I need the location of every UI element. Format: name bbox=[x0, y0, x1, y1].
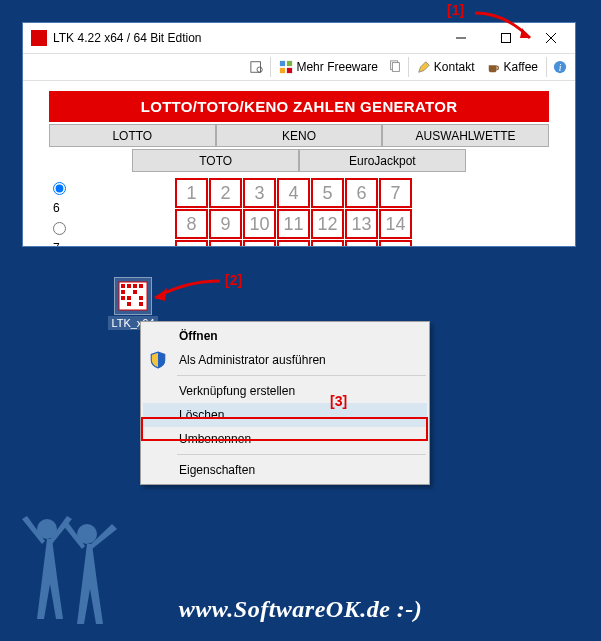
svg-rect-15 bbox=[121, 284, 125, 288]
grid-cell[interactable]: 4 bbox=[277, 178, 310, 208]
radio-6[interactable] bbox=[53, 182, 66, 195]
titlebar: LTK 4.22 x64 / 64 Bit Edtion bbox=[23, 23, 575, 53]
minimize-button[interactable] bbox=[438, 24, 483, 53]
grid-cell[interactable]: 21 bbox=[379, 240, 412, 247]
tab-lotto[interactable]: LOTTO bbox=[49, 124, 216, 147]
radio-column: 6 7 bbox=[49, 178, 85, 247]
window-title: LTK 4.22 x64 / 64 Bit Edtion bbox=[53, 31, 438, 45]
grid-cell[interactable]: 20 bbox=[345, 240, 378, 247]
annotation-2: [2] bbox=[225, 272, 242, 288]
cm-rename[interactable]: Umbenennen bbox=[143, 427, 427, 451]
grid-cell[interactable]: 16 bbox=[209, 240, 242, 247]
info-button[interactable]: i bbox=[549, 56, 571, 78]
mehr-freeware-button[interactable]: Mehr Freeware bbox=[273, 58, 383, 76]
cm-separator bbox=[177, 454, 426, 455]
annotation-1: [1] bbox=[447, 2, 464, 18]
annotation-3: [3] bbox=[330, 393, 347, 409]
app-window: LTK 4.22 x64 / 64 Bit Edtion Mehr Freewa… bbox=[22, 22, 576, 247]
grid-cell[interactable]: 2 bbox=[209, 178, 242, 208]
svg-rect-20 bbox=[133, 290, 137, 294]
shield-icon bbox=[149, 351, 167, 369]
kontakt-label: Kontakt bbox=[434, 60, 475, 74]
desktop-app-icon bbox=[115, 278, 151, 314]
mehr-freeware-label: Mehr Freeware bbox=[296, 60, 377, 74]
context-menu: Öffnen Als Administrator ausführen Verkn… bbox=[140, 321, 430, 485]
tab-keno[interactable]: KENO bbox=[216, 124, 383, 147]
banner-title: LOTTO/TOTO/KENO ZAHLEN GENERATOR bbox=[49, 91, 549, 122]
svg-rect-21 bbox=[121, 296, 125, 300]
kaffee-button[interactable]: Kaffee bbox=[481, 58, 544, 76]
svg-rect-11 bbox=[392, 63, 399, 72]
pencil-icon bbox=[417, 60, 431, 74]
kontakt-button[interactable]: Kontakt bbox=[411, 58, 481, 76]
svg-rect-6 bbox=[280, 61, 285, 66]
grid-cell[interactable]: 11 bbox=[277, 209, 310, 239]
grid-cell[interactable]: 12 bbox=[311, 209, 344, 239]
grid-cell[interactable]: 9 bbox=[209, 209, 242, 239]
svg-rect-24 bbox=[127, 302, 131, 306]
grid-cell[interactable]: 1 bbox=[175, 178, 208, 208]
svg-rect-19 bbox=[121, 290, 125, 294]
grid-cell[interactable]: 18 bbox=[277, 240, 310, 247]
footer-url: www.SoftwareOK.de :-) bbox=[0, 596, 601, 623]
toolbar: Mehr Freeware Kontakt Kaffee i bbox=[23, 53, 575, 81]
app-icon bbox=[31, 30, 47, 46]
close-button[interactable] bbox=[528, 24, 573, 53]
grid-cell[interactable]: 5 bbox=[311, 178, 344, 208]
svg-rect-23 bbox=[139, 296, 143, 300]
tab-eurojackpot[interactable]: EuroJackpot bbox=[299, 149, 466, 172]
radio-6-label: 6 bbox=[53, 201, 60, 215]
number-grid: 1 2 3 4 5 6 7 8 9 10 11 12 13 14 bbox=[175, 178, 412, 247]
info-icon: i bbox=[553, 60, 567, 74]
svg-rect-1 bbox=[501, 34, 510, 43]
tab-auswahlwette[interactable]: AUSWAHLWETTE bbox=[382, 124, 549, 147]
cm-properties[interactable]: Eigenschaften bbox=[143, 458, 427, 482]
svg-text:i: i bbox=[559, 62, 562, 73]
toolbar-preview-icon[interactable] bbox=[246, 56, 268, 78]
grid-cell[interactable]: 10 bbox=[243, 209, 276, 239]
cm-open[interactable]: Öffnen bbox=[143, 324, 427, 348]
grid-cell[interactable]: 14 bbox=[379, 209, 412, 239]
tab-toto[interactable]: TOTO bbox=[132, 149, 299, 172]
grid-cell[interactable]: 19 bbox=[311, 240, 344, 247]
kaffee-label: Kaffee bbox=[504, 60, 538, 74]
coffee-icon bbox=[487, 60, 501, 74]
maximize-button[interactable] bbox=[483, 24, 528, 53]
svg-rect-9 bbox=[287, 68, 292, 73]
content-area: LOTTO/TOTO/KENO ZAHLEN GENERATOR LOTTO K… bbox=[23, 81, 575, 247]
grid-cell[interactable]: 13 bbox=[345, 209, 378, 239]
cm-shortcut[interactable]: Verknüpfung erstellen bbox=[143, 379, 427, 403]
cm-delete[interactable]: Löschen bbox=[143, 403, 427, 427]
svg-rect-7 bbox=[287, 61, 292, 66]
cm-separator bbox=[177, 375, 426, 376]
svg-rect-25 bbox=[139, 302, 143, 306]
svg-rect-18 bbox=[139, 284, 143, 288]
grid-cell[interactable]: 7 bbox=[379, 178, 412, 208]
radio-7[interactable] bbox=[53, 222, 66, 235]
freeware-icon bbox=[279, 60, 293, 74]
svg-rect-17 bbox=[133, 284, 137, 288]
toolbar-copy-icon[interactable] bbox=[384, 56, 406, 78]
radio-7-label: 7 bbox=[53, 241, 60, 247]
tabs: LOTTO KENO AUSWAHLWETTE TOTO EuroJackpot bbox=[49, 122, 549, 172]
svg-rect-8 bbox=[280, 68, 285, 73]
grid-cell[interactable]: 6 bbox=[345, 178, 378, 208]
grid-cell[interactable]: 3 bbox=[243, 178, 276, 208]
svg-rect-16 bbox=[127, 284, 131, 288]
grid-cell[interactable]: 15 bbox=[175, 240, 208, 247]
cm-admin[interactable]: Als Administrator ausführen bbox=[143, 348, 427, 372]
grid-cell[interactable]: 8 bbox=[175, 209, 208, 239]
grid-cell[interactable]: 17 bbox=[243, 240, 276, 247]
svg-rect-22 bbox=[127, 296, 131, 300]
